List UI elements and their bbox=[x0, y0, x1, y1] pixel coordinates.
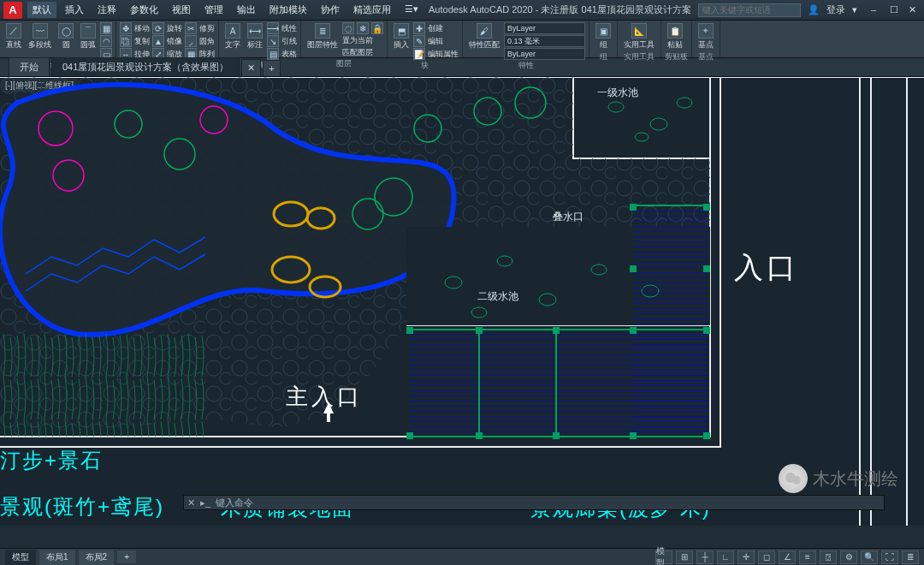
status-anno-icon[interactable]: ⍰ bbox=[820, 550, 837, 564]
layer-match[interactable]: 匹配图层 bbox=[342, 47, 373, 58]
status-fullscreen-icon[interactable]: ⛶ bbox=[881, 550, 898, 564]
signin-icon[interactable]: 👤 bbox=[808, 4, 820, 15]
command-line[interactable]: ✕ ▸_ 键入命令 bbox=[183, 495, 885, 510]
menu-featured[interactable]: 精选应用 bbox=[348, 2, 396, 18]
tool-polyline[interactable]: 〰多段线 bbox=[26, 22, 54, 51]
close-icon[interactable]: ✕ bbox=[909, 4, 921, 16]
tool-measure[interactable]: 📐实用工具 bbox=[621, 22, 657, 51]
status-osnap-icon[interactable]: ◻ bbox=[758, 550, 775, 564]
doctab-add-icon[interactable]: + bbox=[263, 60, 280, 76]
layout-model[interactable]: 模型 bbox=[5, 550, 36, 565]
create-icon[interactable]: ✚ bbox=[413, 22, 425, 34]
panel-block: ⬒插入 ✚创建 ✎编辑 📝编辑属性 块 bbox=[388, 21, 463, 57]
mirror-icon[interactable]: ▲ bbox=[152, 35, 164, 47]
document-tabs: 开始 041屋顶花园景观设计方案（含效果图） ✕ + bbox=[0, 58, 924, 77]
tool-arc[interactable]: ⌒圆弧 bbox=[78, 22, 98, 51]
layout-1[interactable]: 布局1 bbox=[39, 550, 75, 565]
status-gear-icon[interactable]: ⚙ bbox=[840, 550, 857, 564]
panel-group-title: 组 bbox=[593, 51, 613, 63]
layout-2[interactable]: 布局2 bbox=[79, 550, 115, 565]
linear-icon[interactable]: ⟶ bbox=[267, 22, 279, 34]
leader-icon[interactable]: ↘ bbox=[267, 35, 279, 47]
status-grid-icon[interactable]: ⊞ bbox=[676, 550, 693, 564]
status-snap-icon[interactable]: ┼ bbox=[696, 550, 714, 564]
doctab-file[interactable]: 041屋顶花园景观设计方案（含效果图） bbox=[51, 57, 240, 76]
tool-text[interactable]: A文字 bbox=[222, 22, 243, 51]
hatch-icon[interactable]: ▦ bbox=[100, 22, 112, 34]
maximize-icon[interactable]: ☐ bbox=[890, 4, 902, 16]
layer-lock-icon[interactable]: 🔒 bbox=[371, 22, 383, 34]
menu-insert[interactable]: 插入 bbox=[60, 2, 89, 18]
panel-base-title: 基点 bbox=[696, 51, 716, 63]
menu-overflow-icon[interactable]: ☰▾ bbox=[400, 2, 424, 18]
label-bamboo: 景观(斑竹+鸢尾) bbox=[0, 493, 164, 520]
rotate-icon[interactable]: ⟳ bbox=[152, 22, 164, 34]
trim-icon[interactable]: ✂ bbox=[185, 22, 197, 34]
layerstack-icon: ≣ bbox=[315, 23, 330, 39]
copy-icon[interactable]: ⿻ bbox=[120, 35, 132, 47]
signin-label[interactable]: 登录 bbox=[826, 3, 845, 16]
ellipse-icon[interactable]: ◠ bbox=[100, 35, 112, 47]
status-customize-icon[interactable]: ≣ bbox=[902, 550, 919, 564]
polyline-icon: 〰 bbox=[33, 23, 48, 39]
svg-rect-43 bbox=[406, 432, 413, 439]
menu-param[interactable]: 参数化 bbox=[125, 2, 163, 18]
move-label[interactable]: 移动 bbox=[134, 23, 150, 34]
svg-rect-47 bbox=[703, 327, 710, 334]
menu-output[interactable]: 输出 bbox=[232, 2, 261, 18]
panel-annotation: A文字 ⟷标注 ⟶线性 ↘引线 ▤表格 注释 bbox=[219, 21, 301, 57]
status-polar-icon[interactable]: ✛ bbox=[737, 550, 755, 564]
help-icon[interactable]: ▾ bbox=[852, 4, 864, 16]
attr-icon[interactable]: 📝 bbox=[413, 48, 425, 60]
status-lw-icon[interactable]: ≡ bbox=[799, 550, 816, 564]
panel-utils-title: 实用工具 bbox=[621, 51, 657, 63]
layout-add-icon[interactable]: + bbox=[117, 550, 136, 563]
linetype-select[interactable] bbox=[504, 48, 585, 60]
label-entry: 入口 bbox=[734, 248, 799, 288]
panel-layers: ≣图层特性 ◌❄🔒 置为当前 匹配图层 图层 bbox=[301, 21, 388, 57]
menu-default[interactable]: 默认 bbox=[27, 2, 56, 18]
menu-collab[interactable]: 协作 bbox=[316, 2, 345, 18]
layer-freeze-icon[interactable]: ❄ bbox=[357, 22, 369, 34]
tool-dimension[interactable]: ⟷标注 bbox=[245, 22, 265, 51]
layer-on-icon[interactable]: ◌ bbox=[342, 22, 354, 34]
doctab-start[interactable]: 开始 bbox=[9, 57, 50, 76]
menu-annotate[interactable]: 注释 bbox=[92, 2, 121, 18]
menu-view[interactable]: 视图 bbox=[167, 2, 196, 18]
watermark: 木水牛测绘 bbox=[779, 464, 898, 493]
cmd-close-icon[interactable]: ✕ bbox=[187, 497, 195, 508]
fillet-icon[interactable]: ◞ bbox=[185, 35, 197, 47]
drawing-canvas[interactable]: [-][俯视][二维线框] bbox=[0, 77, 924, 526]
tool-line[interactable]: ／直线 bbox=[3, 22, 24, 51]
measure-icon: 📐 bbox=[631, 23, 647, 39]
status-model-icon[interactable]: 模型 bbox=[655, 550, 672, 564]
cmd-prompt: 键入命令 bbox=[216, 497, 253, 509]
status-track-icon[interactable]: ∠ bbox=[779, 550, 796, 564]
window-title: Autodesk AutoCAD 2020 - 未注册版 041屋顶花园景观设计… bbox=[429, 3, 693, 16]
status-ortho-icon[interactable]: ∟ bbox=[717, 550, 734, 564]
edit-icon[interactable]: ✎ bbox=[413, 35, 425, 47]
menu-manage[interactable]: 管理 bbox=[199, 2, 228, 18]
layer-setcurrent[interactable]: 置为当前 bbox=[342, 35, 373, 46]
label-step-stone: 汀步+景石 bbox=[0, 447, 103, 474]
matchprop-icon: 🖌 bbox=[477, 23, 492, 39]
doctab-new-icon[interactable]: ✕ bbox=[241, 59, 261, 76]
tool-group[interactable]: ▣组 bbox=[593, 22, 613, 51]
layer-color-select[interactable] bbox=[504, 22, 585, 34]
lineweight-select[interactable] bbox=[504, 35, 585, 47]
tool-circle[interactable]: ◯圆 bbox=[56, 22, 76, 51]
table-icon[interactable]: ▤ bbox=[267, 48, 279, 60]
tool-base[interactable]: ⌖基点 bbox=[696, 22, 716, 51]
tool-layerprops[interactable]: ≣图层特性 bbox=[305, 22, 341, 51]
svg-rect-45 bbox=[553, 432, 560, 439]
tool-paste[interactable]: 📋粘贴 bbox=[665, 22, 685, 51]
menu-addin[interactable]: 附加模块 bbox=[264, 2, 312, 18]
status-zoom-icon[interactable]: 🔍 bbox=[861, 550, 878, 564]
app-logo[interactable]: A bbox=[3, 2, 22, 19]
tool-matchprop[interactable]: 🖌特性匹配 bbox=[466, 22, 502, 51]
move-icon[interactable]: ✥ bbox=[120, 22, 132, 34]
search-input[interactable] bbox=[698, 3, 801, 17]
tool-insert[interactable]: ⬒插入 bbox=[391, 22, 412, 51]
minimize-icon[interactable]: – bbox=[871, 4, 883, 16]
clipboard-icon: 📋 bbox=[667, 23, 683, 39]
